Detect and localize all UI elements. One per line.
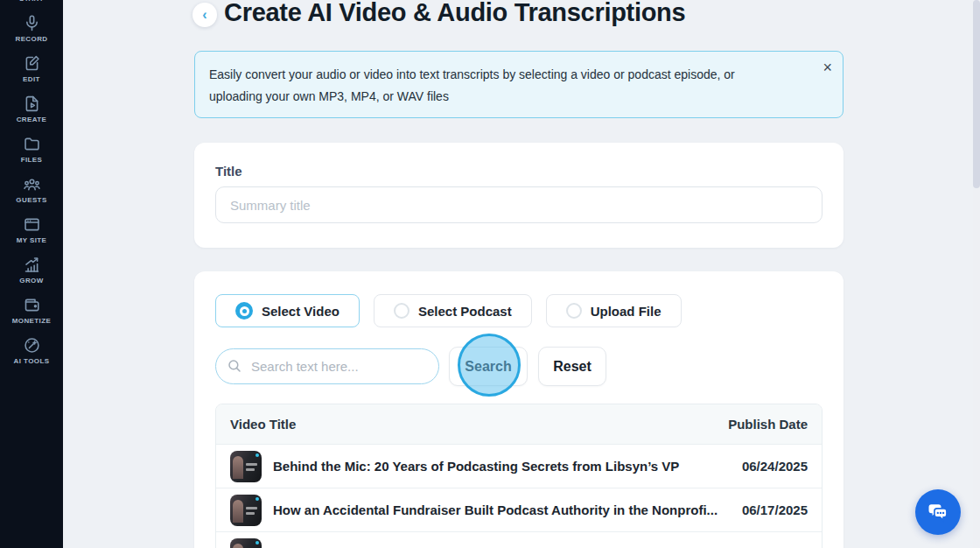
radio-label: Select Video (262, 304, 340, 319)
info-banner-text: Easily convert your audio or video into … (209, 64, 781, 108)
radio-select-podcast[interactable]: Select Podcast (374, 294, 532, 327)
search-input[interactable] (215, 348, 439, 384)
wallet-icon (23, 296, 41, 314)
sidebar-item-grow[interactable]: GROW (0, 256, 63, 285)
browser-window-icon (23, 215, 41, 234)
sidebar-item-label: MONETIZE (12, 317, 52, 325)
column-video-title: Video Title (230, 417, 296, 432)
sidebar-item-label: GUESTS (16, 196, 46, 204)
sidebar-item-files[interactable]: FILES (0, 135, 63, 164)
chat-bubbles-icon (926, 500, 950, 524)
video-table: Video Title Publish Date Behind the Mic:… (215, 404, 822, 548)
sidebar-item-label: GROW (19, 277, 43, 285)
sidebar-item-label: AI TOOLS (14, 357, 50, 365)
video-thumbnail (230, 451, 262, 482)
sidebar-item-create[interactable]: CREATE (0, 95, 63, 123)
create-media-icon (23, 95, 41, 113)
sidebar-item-edit[interactable]: EDIT (0, 54, 63, 83)
info-banner: Easily convert your audio or video into … (194, 51, 844, 118)
radio-selected-icon (235, 302, 253, 320)
publish-date: 06/17/2025 (742, 502, 808, 517)
search-box (215, 348, 439, 384)
sidebar-item-label: START (19, 0, 44, 3)
search-button[interactable]: Search (449, 347, 528, 386)
back-button[interactable]: ‹ (192, 3, 217, 27)
publish-date: 06/24/2025 (742, 459, 808, 474)
sidebar-item-label: FILES (21, 156, 43, 164)
magic-wand-icon (23, 336, 41, 355)
table-row[interactable]: How an Accidental Fundraiser Built Podca… (216, 488, 822, 531)
source-option-group: Select Video Select Podcast Upload File (215, 294, 822, 327)
title-field-label: Title (215, 164, 822, 179)
video-title: How an Accidental Fundraiser Built Podca… (273, 502, 732, 517)
folder-icon (23, 135, 41, 153)
sidebar-item-ai-tools[interactable]: AI TOOLS (0, 336, 63, 365)
table-row[interactable]: Behind the Mic: 20 Years of Podcasting S… (216, 444, 822, 488)
sidebar-nav: START RECORD EDIT CREATE FILES GUESTS MY… (0, 0, 63, 548)
title-filter-card: Title (194, 143, 844, 248)
video-thumbnail (230, 495, 262, 526)
radio-upload-file[interactable]: Upload File (546, 294, 682, 327)
sidebar-item-label: EDIT (23, 75, 40, 83)
search-row: Search Reset (215, 347, 606, 386)
chat-widget-button[interactable] (915, 489, 961, 535)
video-thumbnail (230, 538, 262, 548)
page-scrollbar-track (973, 0, 980, 548)
sidebar-item-monetize[interactable]: MONETIZE (0, 296, 63, 325)
sidebar-item-my-site[interactable]: MY SITE (0, 215, 63, 244)
source-selector-card: Select Video Select Podcast Upload File … (194, 271, 844, 548)
table-row[interactable]: The Loan Growth Formula: How a Niche Pod… (216, 531, 822, 548)
close-icon[interactable]: × (822, 59, 832, 76)
reset-button[interactable]: Reset (538, 347, 606, 386)
microphone-icon (23, 14, 41, 32)
summary-title-input[interactable] (215, 186, 822, 223)
sidebar-item-start[interactable]: START (0, 0, 63, 3)
radio-label: Upload File (591, 304, 662, 319)
people-icon (23, 175, 41, 193)
search-icon (227, 358, 242, 374)
growth-chart-icon (23, 256, 41, 274)
edit-document-icon (23, 54, 41, 73)
main-content: ‹ Create AI Video & Audio Transcriptions… (63, 0, 980, 548)
table-header: Video Title Publish Date (216, 404, 822, 444)
video-title: Behind the Mic: 20 Years of Podcasting S… (273, 459, 732, 474)
radio-label: Select Podcast (418, 304, 512, 319)
sidebar-item-guests[interactable]: GUESTS (0, 175, 63, 204)
column-publish-date: Publish Date (728, 417, 808, 432)
radio-unselected-icon (394, 303, 410, 319)
radio-unselected-icon (566, 303, 582, 319)
sidebar-item-record[interactable]: RECORD (0, 14, 63, 43)
sidebar-item-label: MY SITE (17, 236, 47, 244)
page-title: Create AI Video & Audio Transcriptions (224, 0, 685, 27)
sidebar-item-label: CREATE (17, 116, 47, 123)
sidebar-item-label: RECORD (15, 35, 47, 43)
page-scrollbar-thumb[interactable] (973, 0, 980, 188)
radio-select-video[interactable]: Select Video (215, 294, 360, 327)
